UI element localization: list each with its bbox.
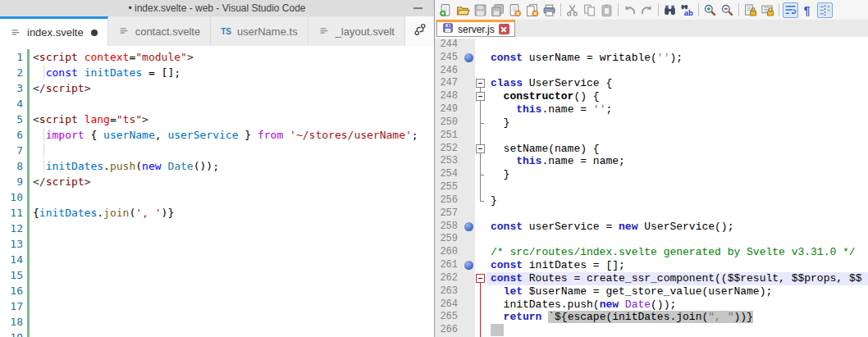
line-number: 16 bbox=[0, 283, 23, 298]
line-number: 254 bbox=[435, 168, 463, 181]
line-number: 255 bbox=[435, 181, 463, 194]
fold-collapse-icon[interactable] bbox=[476, 79, 485, 88]
code-text bbox=[33, 252, 434, 267]
code-line: 18 bbox=[0, 314, 434, 330]
fold-margin bbox=[475, 116, 487, 130]
line-number: 258 bbox=[435, 221, 463, 234]
notepadpp-editor[interactable]: 244245const userName = writable('');2462… bbox=[435, 37, 868, 337]
toolbar-separator bbox=[560, 3, 561, 16]
code-line: 15 bbox=[0, 267, 434, 283]
code-line: 7 bbox=[0, 143, 434, 158]
cut-icon[interactable] bbox=[564, 2, 580, 18]
paste-icon[interactable] bbox=[599, 2, 614, 18]
line-number: 253 bbox=[435, 155, 463, 168]
fold-collapse-icon[interactable] bbox=[476, 92, 485, 101]
line-number: 6 bbox=[0, 127, 23, 143]
bookmark-margin bbox=[463, 52, 475, 65]
line-number: 10 bbox=[0, 189, 23, 205]
line-number: 260 bbox=[435, 246, 463, 259]
tab-contact-svelte[interactable]: contact.svelte bbox=[108, 16, 212, 46]
indent-guide-line bbox=[43, 159, 44, 173]
line-number: 15 bbox=[0, 267, 23, 283]
find-icon[interactable] bbox=[662, 2, 678, 18]
code-text bbox=[33, 267, 434, 283]
fold-collapse-icon[interactable] bbox=[476, 274, 485, 283]
svg-text:¶: ¶ bbox=[804, 3, 811, 16]
line-number: 262 bbox=[435, 272, 463, 285]
bookmark-margin bbox=[463, 285, 475, 298]
code-line: 10 bbox=[0, 189, 434, 205]
open-changes-icon[interactable] bbox=[413, 22, 427, 40]
copy-icon[interactable] bbox=[582, 2, 597, 18]
zoom-out-icon[interactable] bbox=[720, 2, 735, 18]
redo-icon[interactable] bbox=[639, 2, 655, 18]
bookmark-margin bbox=[463, 233, 475, 246]
modified-dot-icon[interactable] bbox=[91, 30, 98, 36]
svelte-file-icon bbox=[318, 25, 330, 37]
save-icon[interactable] bbox=[473, 2, 488, 18]
code-text bbox=[33, 298, 434, 314]
line-number: 256 bbox=[435, 194, 463, 207]
code-text: const initDates = []; bbox=[487, 259, 868, 272]
fold-collapse-icon[interactable] bbox=[476, 144, 485, 153]
word-wrap-icon[interactable] bbox=[783, 2, 798, 18]
undo-icon[interactable] bbox=[622, 2, 637, 18]
svg-text:ab: ab bbox=[684, 7, 693, 16]
code-text: setName(name) { bbox=[487, 143, 868, 156]
tab-label: contact.svelte bbox=[135, 25, 201, 38]
code-line: 261const initDates = []; bbox=[435, 259, 868, 272]
minimize-icon[interactable] bbox=[413, 7, 423, 9]
bookmark-margin bbox=[463, 39, 475, 52]
tab-label: server.js bbox=[458, 24, 495, 35]
close-tab-icon[interactable] bbox=[499, 24, 509, 34]
line-number: 248 bbox=[435, 90, 463, 103]
code-text: } bbox=[487, 194, 868, 207]
print-icon[interactable] bbox=[541, 2, 557, 18]
code-text: let $userName = get_store_value(userName… bbox=[487, 285, 868, 298]
code-line: 264 initDates.push(new Date()); bbox=[435, 298, 868, 312]
code-line: 249 this.name = ''; bbox=[435, 103, 868, 116]
vscode-tab-bar: index.sveltecontact.svelteTSuserName.ts_… bbox=[0, 16, 434, 46]
line-number: 9 bbox=[0, 174, 23, 189]
tab-username-ts[interactable]: TSuserName.ts bbox=[211, 16, 308, 46]
zoom-in-icon[interactable] bbox=[702, 2, 718, 18]
fold-margin bbox=[475, 233, 487, 246]
gutter-added-indicator bbox=[23, 283, 33, 298]
close-doc-icon[interactable] bbox=[507, 2, 523, 18]
close-all-docs-icon[interactable] bbox=[524, 2, 540, 18]
sync-scroll-h-icon[interactable] bbox=[760, 2, 775, 18]
gutter-added-indicator bbox=[23, 298, 33, 314]
gutter-added-indicator bbox=[23, 112, 33, 127]
code-text: initDates.push(new Date()); bbox=[487, 298, 868, 312]
line-number: 250 bbox=[435, 116, 463, 130]
open-folder-icon[interactable] bbox=[455, 2, 471, 18]
vscode-window: • index.svelte - web - Visual Studio Cod… bbox=[0, 0, 434, 337]
tab--layout-svelt[interactable]: _layout.svelt bbox=[308, 16, 405, 46]
tab-server-js[interactable]: server.js bbox=[436, 20, 515, 37]
sync-scroll-v-icon[interactable] bbox=[742, 2, 758, 18]
save-all-icon[interactable] bbox=[490, 2, 505, 18]
code-text: <script context="module"> bbox=[33, 49, 434, 65]
code-text bbox=[33, 314, 434, 330]
code-text bbox=[33, 96, 434, 112]
code-text bbox=[33, 283, 434, 298]
vscode-editor[interactable]: 1<script context="module">2 const initDa… bbox=[0, 46, 434, 337]
code-text: constructor() { bbox=[487, 90, 868, 103]
code-line: 244 bbox=[435, 39, 868, 52]
gutter-added-indicator bbox=[23, 127, 33, 143]
bookmark-margin bbox=[463, 207, 475, 221]
gutter-added-indicator bbox=[23, 143, 33, 158]
gutter-added-indicator bbox=[23, 158, 33, 174]
tab-index-svelte[interactable]: index.svelte bbox=[0, 16, 108, 46]
bookmark-margin bbox=[463, 298, 475, 312]
show-all-chars-icon[interactable]: ¶ bbox=[800, 2, 815, 18]
code-text: <script lang="ts"> bbox=[33, 112, 434, 127]
line-number: 251 bbox=[435, 130, 463, 143]
ts-icon: TS bbox=[221, 27, 231, 36]
line-number: 257 bbox=[435, 207, 463, 221]
code-line: 265 return `${escape(initDates.join(", "… bbox=[435, 311, 868, 324]
replace-icon[interactable]: ab bbox=[679, 2, 695, 18]
new-file-icon[interactable] bbox=[438, 2, 454, 18]
indent-guide-icon[interactable] bbox=[817, 2, 833, 18]
line-number: 263 bbox=[435, 285, 463, 298]
